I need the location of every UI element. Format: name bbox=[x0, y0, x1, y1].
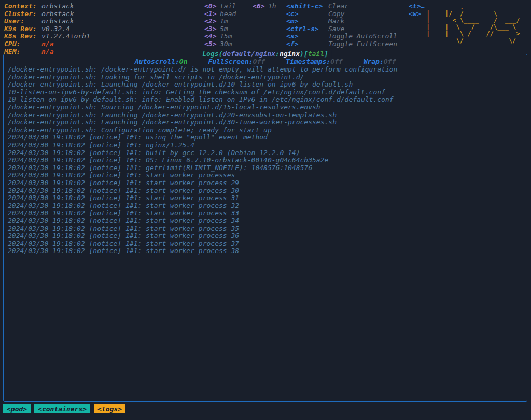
log-line: 2024/03/30 19:18:02 [notice] 1#1: getrli… bbox=[8, 164, 527, 172]
info-label: Cluster: bbox=[4, 10, 41, 18]
k9s-logo: ____ __.________| |/ _/ __ \______| < \_… bbox=[426, 4, 520, 44]
logo-line: |____|__ \ /____//____ > bbox=[426, 31, 520, 37]
log-line: 2024/03/30 19:18:02 [notice] 1#1: start … bbox=[8, 209, 527, 217]
info-value: v1.27.4+orb1 bbox=[41, 33, 90, 40]
hotkey-item[interactable]: <4> 15m bbox=[204, 33, 236, 40]
log-line: 10-listen-on-ipv6-by-default.sh: info: E… bbox=[8, 96, 527, 104]
title-colon: : bbox=[275, 50, 280, 58]
hotkey-key: <6> bbox=[253, 3, 268, 10]
title-container: nginx bbox=[280, 50, 300, 58]
info-label: K9s Rev: bbox=[4, 25, 41, 33]
log-line: 2024/03/30 19:18:02 [notice] 1#1: start … bbox=[8, 232, 527, 240]
info-label: CPU: bbox=[4, 40, 41, 48]
hotkey-item[interactable]: <w> bbox=[409, 10, 425, 18]
info-value: orbstack bbox=[41, 18, 74, 25]
breadcrumb-item[interactable]: <containers> bbox=[34, 404, 90, 413]
cluster-info: Context: orbstack Cluster: orbstack User… bbox=[4, 3, 90, 55]
hotkey-item[interactable]: <ctrl-s> Save bbox=[286, 25, 397, 33]
hotkey-item[interactable]: <2> 1m bbox=[204, 18, 236, 25]
hotkey-item[interactable]: <s> Toggle AutoScroll bbox=[286, 33, 397, 40]
hotkey-label: 5m bbox=[220, 25, 228, 33]
log-line: /docker-entrypoint.sh: Launching /docker… bbox=[8, 111, 527, 119]
log-line: 2024/03/30 19:18:02 [notice] 1#1: start … bbox=[8, 202, 527, 210]
logo-line: | < \____ / ___/ bbox=[426, 17, 520, 24]
info-value: n/a bbox=[41, 40, 53, 48]
cluster-info-row: Context: orbstack bbox=[4, 3, 90, 10]
info-label: K8s Rev: bbox=[4, 33, 41, 40]
hotkey-label: Toggle AutoScroll bbox=[328, 33, 397, 40]
log-line: 2024/03/30 19:18:02 [notice] 1#1: start … bbox=[8, 194, 527, 202]
log-output[interactable]: /docker-entrypoint.sh: /docker-entrypoin… bbox=[4, 66, 527, 255]
logo-line: | | \ / /\___ \ bbox=[426, 24, 520, 31]
hotkey-key: <m> bbox=[286, 18, 328, 25]
log-line: /docker-entrypoint.sh: Looking for shell… bbox=[8, 74, 527, 81]
logo-line: \/ \/ bbox=[426, 37, 520, 44]
k9s-terminal: Context: orbstack Cluster: orbstack User… bbox=[0, 0, 531, 420]
breadcrumb-item[interactable]: <pod> bbox=[3, 404, 31, 413]
info-value: v0.32.4 bbox=[41, 25, 70, 33]
log-line: 2024/03/30 19:18:02 [notice] 1#1: start … bbox=[8, 247, 527, 255]
log-line: 2024/03/30 19:18:02 [notice] 1#1: nginx/… bbox=[8, 142, 527, 149]
hotkey-key: <c> bbox=[286, 10, 328, 18]
log-line: 2024/03/30 19:18:02 [notice] 1#1: start … bbox=[8, 217, 527, 225]
indicator-label: FullScreen: bbox=[208, 58, 253, 65]
hotkey-label: 30m bbox=[220, 40, 232, 48]
hotkey-label: 15m bbox=[220, 33, 232, 40]
cluster-info-row: Cluster: orbstack bbox=[4, 10, 90, 18]
cluster-info-row: K9s Rev: v0.32.4 bbox=[4, 25, 90, 33]
hotkey-item[interactable]: <6> 1h bbox=[253, 3, 276, 10]
indicator: Wrap:Off bbox=[364, 58, 396, 66]
log-line: 2024/03/30 19:18:02 [notice] 1#1: using … bbox=[8, 134, 527, 142]
log-line: 2024/03/30 19:18:02 [notice] 1#1: start … bbox=[8, 172, 527, 179]
hotkey-label: Clear bbox=[328, 3, 348, 10]
indicator-value: Off bbox=[330, 58, 342, 65]
cluster-info-row: K8s Rev: v1.27.4+orb1 bbox=[4, 33, 90, 40]
hotkey-item[interactable]: <3> 5m bbox=[204, 25, 236, 33]
hotkey-item[interactable]: <m> Mark bbox=[286, 18, 397, 25]
log-panel: Logs(default/nginx:nginx)[tail] Autoscro… bbox=[3, 54, 527, 402]
hotkey-key: <shift-c> bbox=[286, 3, 328, 10]
breadcrumb-item[interactable]: <logs> bbox=[94, 404, 125, 413]
info-label: Context: bbox=[4, 3, 41, 10]
log-panel-title: Logs(default/nginx:nginx)[tail] bbox=[199, 50, 332, 58]
hotkey-key: <f> bbox=[286, 40, 328, 48]
hotkey-item[interactable]: <shift-c> Clear bbox=[286, 3, 397, 10]
hotkeys-duration-2: <6> 1h bbox=[253, 3, 276, 10]
logo-line: ____ __.________ bbox=[426, 4, 520, 10]
hotkey-item[interactable]: <c> Copy bbox=[286, 10, 397, 18]
title-prefix: Logs( bbox=[202, 50, 222, 58]
hotkey-key: <2> bbox=[204, 18, 220, 25]
hotkey-label: Save bbox=[328, 25, 344, 33]
hotkey-key: <3> bbox=[204, 25, 220, 33]
info-value: orbstack bbox=[41, 3, 74, 10]
indicator-label: Timestamps: bbox=[286, 58, 330, 65]
hotkey-item[interactable]: <0> tail bbox=[204, 3, 236, 10]
hotkey-key: <w> bbox=[409, 10, 421, 18]
cluster-info-row: CPU: n/a bbox=[4, 40, 90, 48]
hotkey-item[interactable]: <f> Toggle FullScreen bbox=[286, 40, 397, 48]
log-line: /docker-entrypoint.sh: Sourcing /docker-… bbox=[8, 104, 527, 111]
hotkey-item[interactable]: <t>… bbox=[409, 3, 425, 10]
hotkey-item[interactable]: <5> 30m bbox=[204, 40, 236, 48]
log-line: 2024/03/30 19:18:02 [notice] 1#1: start … bbox=[8, 240, 527, 248]
indicator: Timestamps:Off bbox=[286, 58, 343, 66]
info-value: orbstack bbox=[41, 10, 74, 18]
hotkey-label: Copy bbox=[328, 10, 344, 18]
info-label: User: bbox=[4, 18, 41, 25]
log-line: 2024/03/30 19:18:02 [notice] 1#1: OS: Li… bbox=[8, 157, 527, 164]
header: Context: orbstack Cluster: orbstack User… bbox=[0, 3, 531, 54]
hotkey-label: head bbox=[220, 10, 236, 18]
hotkey-key: <1> bbox=[204, 10, 220, 18]
hotkey-key: <0> bbox=[204, 3, 220, 10]
hotkey-item[interactable]: <1> head bbox=[204, 10, 236, 18]
log-line: 2024/03/30 19:18:02 [notice] 1#1: built … bbox=[8, 149, 527, 157]
cluster-info-row: User: orbstack bbox=[4, 18, 90, 25]
hotkey-label: Mark bbox=[328, 18, 344, 25]
title-mode: tail bbox=[308, 50, 324, 58]
log-line: 2024/03/30 19:18:02 [notice] 1#1: start … bbox=[8, 225, 527, 233]
hotkey-key: <5> bbox=[204, 40, 220, 48]
hotkey-key: <4> bbox=[204, 33, 220, 40]
hotkey-key: <s> bbox=[286, 33, 328, 40]
title-bracket: )[ bbox=[300, 50, 308, 58]
log-line: /docker-entrypoint.sh: /docker-entrypoin… bbox=[8, 66, 527, 74]
